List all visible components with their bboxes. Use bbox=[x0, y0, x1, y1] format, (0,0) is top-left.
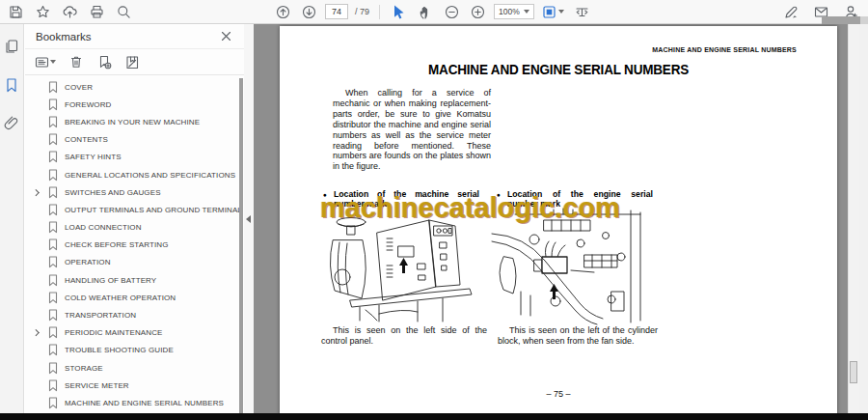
page-display-icon[interactable] bbox=[541, 2, 566, 21]
bookmark-item-check-before-starting[interactable]: CHECK BEFORE STARTING bbox=[25, 237, 244, 254]
bookmark-item-label: SAFETY HINTS bbox=[65, 153, 122, 161]
search-icon[interactable] bbox=[114, 2, 133, 21]
bookmark-item-label: STORAGE bbox=[65, 364, 103, 373]
machine-figure-drawing bbox=[323, 213, 487, 327]
zoom-in-icon[interactable] bbox=[468, 2, 487, 21]
bookmark-item-label: MACHINE AND ENGINE SERIAL NUMBERS bbox=[65, 399, 224, 407]
bookmarks-toolbar bbox=[25, 49, 244, 75]
bookmark-item-operation[interactable]: OPERATION bbox=[25, 254, 244, 271]
bookmark-icon bbox=[48, 116, 58, 128]
attachments-icon[interactable] bbox=[1, 113, 22, 134]
scrollbar-top-block bbox=[822, 16, 860, 24]
new-bookmark-icon[interactable] bbox=[95, 52, 114, 71]
chevron-down-icon bbox=[524, 10, 529, 14]
bookmark-icon bbox=[48, 274, 58, 287]
chevron-down-icon bbox=[50, 60, 56, 64]
bookmarks-scrollbar-thumb[interactable] bbox=[239, 78, 244, 420]
save-icon[interactable] bbox=[6, 2, 25, 21]
bookmark-icon bbox=[48, 169, 58, 182]
bookmark-item-label: OPERATION bbox=[65, 258, 111, 266]
bookmark-item-storage[interactable]: STORAGE bbox=[25, 359, 244, 377]
close-icon[interactable] bbox=[216, 27, 235, 46]
scroll-mode-icon[interactable] bbox=[573, 2, 592, 21]
engine-figure-drawing bbox=[488, 207, 658, 330]
bookmark-item-contents[interactable]: CONTENTS bbox=[25, 131, 244, 149]
bookmarks-panel-title: Bookmarks bbox=[36, 31, 92, 42]
pdf-viewer-window: / 79 100% bbox=[0, 0, 868, 420]
toolbar-center-group: / 79 100% bbox=[273, 0, 592, 23]
panel-collapse-strip bbox=[244, 24, 254, 420]
bookmark-icon bbox=[48, 379, 58, 392]
bookmark-item-label: GENERAL LOCATIONS AND SPECIFICATIONS bbox=[65, 171, 235, 180]
bookmark-item-output-terminals[interactable]: OUTPUT TERMINALS AND GROUND TERMINAL bbox=[25, 201, 244, 218]
bookmark-icon bbox=[48, 98, 58, 111]
bookmark-icon bbox=[48, 204, 58, 216]
bookmark-icon bbox=[48, 362, 58, 375]
bookmark-icon bbox=[48, 344, 58, 356]
page-number-input[interactable] bbox=[325, 4, 348, 19]
bookmark-item-label: BREAKING IN YOUR NEW MACHINE bbox=[65, 118, 200, 126]
bookmark-item-label: COLD WEATHER OPERATION bbox=[65, 294, 176, 302]
document-view: MACHINE AND ENGINE SERIAL NUMBERS MACHIN… bbox=[254, 24, 868, 420]
bookmark-item-label: TROUBLE SHOOTING GUIDE bbox=[65, 346, 174, 354]
bookmark-item-cover[interactable]: COVER bbox=[25, 78, 244, 96]
bookmark-item-load-connection[interactable]: LOAD CONNECTION bbox=[25, 219, 244, 237]
fill-sign-icon[interactable] bbox=[781, 2, 800, 21]
previous-page-icon[interactable] bbox=[273, 2, 292, 21]
bookmark-item-trouble-shooting[interactable]: TROUBLE SHOOTING GUIDE bbox=[25, 342, 244, 359]
bookmark-item-switches-gauges[interactable]: SWITCHES AND GAUGES bbox=[25, 183, 244, 201]
bookmarks-panel-icon[interactable] bbox=[1, 74, 22, 96]
print-icon[interactable] bbox=[87, 2, 106, 21]
bookmark-item-label: CONTENTS bbox=[65, 135, 108, 144]
bookmark-item-label: FOREWORD bbox=[65, 100, 112, 109]
bookmark-options-icon[interactable] bbox=[33, 52, 58, 71]
bookmark-item-handling-battery[interactable]: HANDLING OF BATTERY bbox=[25, 271, 244, 289]
main-region: Bookmarks bbox=[0, 24, 868, 420]
bookmark-item-label: PERIODIC MAINTENANCE bbox=[65, 328, 163, 337]
bottom-black-bar bbox=[0, 413, 868, 420]
zoom-level-select[interactable]: 100% bbox=[494, 4, 534, 19]
engine-figure-caption: This is seen on the left of the cylinder… bbox=[498, 325, 658, 347]
bookmark-item-foreword[interactable]: FOREWORD bbox=[25, 96, 244, 113]
zoom-out-icon[interactable] bbox=[442, 2, 461, 21]
bookmark-item-label: SERVICE METER bbox=[65, 381, 129, 390]
machine-figure-caption: This is seen on the left side of the con… bbox=[321, 325, 487, 347]
bookmark-item-periodic-maintenance[interactable]: PERIODIC MAINTENANCE bbox=[25, 324, 244, 342]
bookmark-item-cold-weather[interactable]: COLD WEATHER OPERATION bbox=[25, 289, 244, 306]
bookmark-icon bbox=[48, 133, 58, 146]
bookmark-icon bbox=[48, 81, 58, 94]
hand-tool-icon[interactable] bbox=[416, 2, 435, 21]
star-icon[interactable] bbox=[33, 2, 52, 21]
bookmark-item-service-meter[interactable]: SERVICE METER bbox=[25, 377, 244, 394]
chevron-right-icon[interactable] bbox=[33, 329, 39, 335]
bookmark-item-serial-numbers[interactable]: MACHINE AND ENGINE SERIAL NUMBERS bbox=[25, 394, 244, 411]
zoom-level-value: 100% bbox=[499, 7, 520, 16]
locate-bookmark-icon[interactable] bbox=[122, 52, 142, 71]
next-page-icon[interactable] bbox=[299, 2, 318, 21]
bookmark-icon bbox=[48, 309, 58, 322]
page-thumbnails-icon[interactable] bbox=[1, 36, 22, 57]
bookmark-icon bbox=[48, 397, 58, 409]
bookmark-icon bbox=[48, 238, 58, 251]
toolbar-divider bbox=[379, 5, 380, 19]
bookmark-icon bbox=[48, 221, 58, 234]
bookmark-item-general-locations[interactable]: GENERAL LOCATIONS AND SPECIFICATIONS bbox=[25, 166, 244, 183]
page-number-footer: – 75 – bbox=[280, 389, 837, 399]
chevron-right-icon[interactable] bbox=[33, 189, 39, 195]
delete-bookmark-icon[interactable] bbox=[67, 52, 86, 71]
bookmark-item-breaking-in[interactable]: BREAKING IN YOUR NEW MACHINE bbox=[25, 113, 244, 130]
share-upload-icon[interactable] bbox=[60, 2, 79, 21]
bookmarks-panel: Bookmarks bbox=[25, 24, 244, 420]
watermark-text: machinecatalogic.com bbox=[320, 192, 620, 224]
pdf-page: MACHINE AND ENGINE SERIAL NUMBERS MACHIN… bbox=[280, 26, 837, 420]
bookmark-item-transportation[interactable]: TRANSPORTATION bbox=[25, 306, 244, 323]
collapse-panel-handle[interactable] bbox=[246, 215, 251, 223]
page-title: MACHINE AND ENGINE SERIAL NUMBERS bbox=[280, 61, 837, 78]
bookmarks-list: COVER FOREWORD BREAKING IN YOUR NEW MACH… bbox=[25, 75, 244, 412]
toolbar-left-group bbox=[6, 0, 133, 23]
bookmark-item-safety-hints[interactable]: SAFETY HINTS bbox=[25, 149, 244, 166]
page-count-label: / 79 bbox=[355, 7, 369, 16]
bookmark-icon bbox=[48, 151, 58, 163]
select-tool-icon[interactable] bbox=[390, 2, 409, 21]
document-scrollbar-thumb[interactable] bbox=[850, 361, 857, 383]
